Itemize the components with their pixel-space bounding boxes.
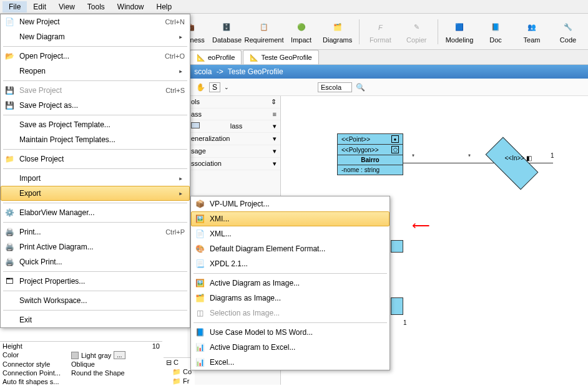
association-line[interactable]	[403, 163, 553, 163]
file-menu-item-close-project[interactable]: 📁Close Project	[1, 152, 190, 166]
export-menu-item-selection-as-image[interactable]: ◫Selection as Image...	[191, 306, 390, 321]
blank-icon	[3, 119, 16, 130]
file-menu-item-switch-workspace[interactable]: Switch Workspace...	[1, 293, 190, 308]
prop-connector-style[interactable]: Connector styleOblique	[0, 360, 162, 369]
menu-label: Reopen	[19, 67, 175, 75]
toolbar-format[interactable]: FFormat	[365, 19, 395, 45]
menu-file[interactable]: File	[2, 1, 27, 12]
palette-row-class[interactable]: lass▾	[187, 120, 280, 133]
spin-icon[interactable]: ⇕	[271, 98, 277, 106]
palette-row-gen[interactable]: eneralization▾	[187, 133, 280, 145]
toolbar-requirement[interactable]: 📋Requirement	[248, 19, 280, 45]
toolbar-team[interactable]: 👥Team	[517, 19, 547, 45]
menu-view[interactable]: View	[52, 1, 81, 12]
export-menu-item-active-diagram-as-image[interactable]: 🖼️Active Diagram as Image...	[191, 276, 390, 291]
palette-row-ass[interactable]: ass≡	[187, 109, 280, 120]
file-menu-item-import[interactable]: Import▸	[1, 171, 190, 186]
export-submenu: 📦VP-UML Project...🖼️XMI...📄XML...🎨Defaul…	[190, 196, 390, 370]
palette-row-assoc[interactable]: ssociation▾	[187, 158, 280, 170]
uml-class-bairro[interactable]: <<Point>>● <<Polygon>>⬠ Bairro -nome : s…	[337, 133, 403, 175]
export-menu-item-xml[interactable]: 📄XML...	[191, 226, 390, 241]
chevron-down-icon[interactable]: ⌄	[224, 84, 229, 90]
blank-icon	[3, 295, 16, 306]
file-menu-item-save-project[interactable]: 💾Save ProjectCtrl+S	[1, 83, 190, 98]
uml-relation-in[interactable]: <<In>> ◧	[486, 137, 539, 190]
toolbar-diagrams[interactable]: 🗂️Diagrams	[323, 19, 353, 45]
menu-label: Quick Print...	[19, 258, 185, 266]
menu-accelerator: Ctrl+S	[165, 87, 185, 94]
palette-row-usage[interactable]: sage▾	[187, 145, 280, 158]
prop-height[interactable]: Height10	[0, 342, 162, 350]
s-button[interactable]: S	[209, 82, 220, 92]
search-input[interactable]	[318, 82, 352, 92]
toolbar-doc[interactable]: 📘Doc	[481, 19, 511, 45]
tab-eoprofile[interactable]: 📐eoProfile	[190, 50, 242, 64]
export-menu-item-default-diagram-element-format[interactable]: 🎨Default Diagram Element Format...	[191, 241, 390, 256]
menu-edit[interactable]: Edit	[27, 1, 52, 12]
blank-icon	[3, 173, 16, 184]
toolbar-impact[interactable]: 🟢Impact	[287, 19, 316, 45]
annotation-arrow: ⟵	[412, 218, 430, 233]
menu-label: Excel...	[210, 358, 385, 367]
file-menu-item-reopen[interactable]: Reopen▸	[1, 64, 190, 79]
mult-star-left: *	[412, 153, 414, 160]
file-menu-item-open-project[interactable]: 📂Open Project...Ctrl+O	[1, 49, 190, 64]
copier-icon: ✎	[409, 20, 424, 35]
tree-row[interactable]: 📁 Fr	[164, 377, 195, 386]
export-menu-item-excel[interactable]: 📊Excel...	[191, 355, 390, 370]
file-menu-item-maintain-project-templates[interactable]: Maintain Project Templates...	[1, 132, 190, 147]
prop-color[interactable]: ColorLight gray...	[0, 350, 162, 360]
export-menu-item-vp-uml-project[interactable]: 📦VP-UML Project...	[191, 196, 390, 211]
uml-class-partial-2[interactable]	[391, 297, 403, 315]
menu-label: Open Project...	[19, 52, 161, 60]
export-menu-item-diagrams-as-image[interactable]: 🗂️Diagrams as Image...	[191, 291, 390, 306]
toolbar-copier[interactable]: ✎Copier	[401, 19, 431, 45]
toolbar-database[interactable]: 🗄️Database	[212, 19, 242, 45]
menu-label: New Diagram	[19, 32, 175, 41]
hand-tool-icon[interactable]: ✋	[196, 83, 205, 92]
file-menu-item-new-project[interactable]: 📄New ProjectCtrl+N	[1, 14, 190, 29]
menu-label: Default Diagram Element Format...	[210, 244, 385, 253]
menu-help[interactable]: Help	[150, 1, 179, 12]
prop-connection-point[interactable]: Connection Point...Round the Shape	[0, 369, 162, 377]
ellipsis-button[interactable]: ...	[114, 351, 125, 359]
point-icon: ●	[391, 135, 399, 143]
menu-icon[interactable]: ≡	[273, 110, 277, 118]
file-menu-item-project-properties[interactable]: 🗔Project Properties...	[1, 274, 190, 289]
menu-label: Switch Workspace...	[19, 296, 185, 305]
search-icon[interactable]: 🔍	[356, 83, 365, 92]
file-menu-item-print-active-diagram[interactable]: 🖨️Print Active Diagram...	[1, 239, 190, 254]
toolbar-modeling[interactable]: 🟦Modeling	[444, 19, 474, 45]
file-menu-item-elaborview-manager[interactable]: ⚙️ElaborView Manager...	[1, 205, 190, 220]
file-menu-item-save-as-project-template[interactable]: Save as Project Template...	[1, 117, 190, 132]
file-menu-item-print[interactable]: 🖨️Print...Ctrl+P	[1, 224, 190, 239]
menu-tools[interactable]: Tools	[81, 1, 111, 12]
export-menu-item-xpdl-2-1[interactable]: 📃XPDL 2.1...	[191, 256, 390, 271]
elabor-icon: ⚙️	[3, 207, 16, 218]
img-icon: 🖼️	[194, 277, 206, 289]
export-menu-item-xmi[interactable]: 🖼️XMI...	[191, 211, 390, 226]
file-menu-item-export[interactable]: Export▸	[1, 186, 190, 201]
class-attr: -nome : string	[338, 165, 403, 175]
excel-icon: 📊	[194, 342, 206, 353]
menu-window[interactable]: Window	[111, 1, 150, 12]
uml-class-partial-1[interactable]	[391, 240, 403, 253]
export-menu-item-use-case-model-to-ms-word[interactable]: 📘Use Case Model to MS Word...	[191, 325, 390, 340]
palette-row-tools[interactable]: ols⇕	[187, 96, 280, 109]
prop-auto-fit[interactable]: Auto fit shapes s...	[0, 377, 162, 386]
imgs-icon: 🗂️	[194, 292, 206, 304]
close-icon: 📁	[3, 153, 16, 165]
file-menu-item-new-diagram[interactable]: New Diagram▸	[1, 29, 190, 44]
tab-teste-geoprofile[interactable]: 📐Teste GeoProfile	[243, 50, 318, 64]
stereotype-point: <<Point>>	[341, 136, 370, 143]
file-menu-item-save-project-as[interactable]: 💾Save Project as...	[1, 98, 190, 113]
toolbar-code[interactable]: 🔧Code	[553, 19, 583, 45]
file-menu-item-exit[interactable]: Exit	[1, 312, 190, 327]
menu-label: Print...	[19, 228, 162, 236]
menubar: File Edit View Tools Window Help	[0, 0, 588, 14]
export-menu-item-active-diagram-to-excel[interactable]: 📊Active Diagram to Excel...	[191, 340, 390, 355]
diagrams-icon: 🗂️	[330, 20, 345, 35]
file-menu-item-quick-print[interactable]: 🖨️Quick Print...	[1, 254, 190, 269]
export-menu-separator	[194, 322, 387, 323]
fmt-icon: 🎨	[194, 243, 206, 254]
